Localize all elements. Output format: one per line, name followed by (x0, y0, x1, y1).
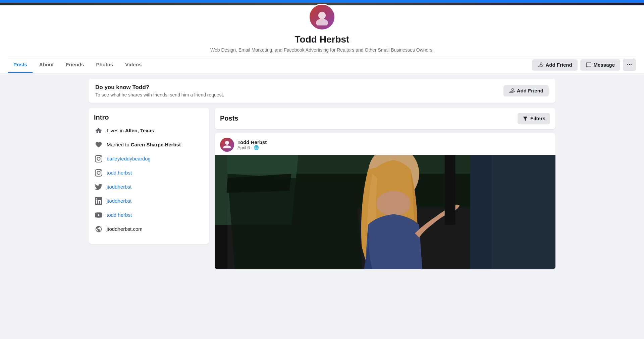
tab-videos[interactable]: Videos (120, 57, 147, 73)
instagram-link-1[interactable]: baileyteddybeardog (107, 156, 151, 161)
know-card-add-friend-label: Add Friend (517, 88, 543, 93)
tab-photos[interactable]: Photos (91, 57, 118, 73)
tab-about[interactable]: About (34, 57, 59, 73)
tab-posts[interactable]: Posts (8, 57, 33, 73)
youtube-link[interactable]: todd herbst (107, 212, 132, 218)
intro-instagram1[interactable]: baileyteddybeardog (94, 154, 204, 163)
youtube-icon (94, 210, 103, 220)
heart-icon (94, 140, 103, 149)
twitter-icon (94, 182, 103, 192)
intro-married-name: Caren Sharpe Herbst (131, 142, 181, 147)
know-todd-card: Do you know Todd? To see what he shares … (89, 79, 555, 103)
filters-icon (522, 116, 528, 122)
tab-friends[interactable]: Friends (60, 57, 89, 73)
message-label: Message (594, 62, 615, 68)
add-friend-button[interactable]: Add Friend (532, 59, 577, 71)
intro-married: Married to Caren Sharpe Herbst (94, 140, 204, 149)
person-add-icon-2 (509, 88, 515, 94)
know-card-text: Do you know Todd? To see what he shares … (95, 84, 224, 97)
svg-point-0 (318, 12, 326, 19)
instagram-link-2[interactable]: todd.herbst (107, 170, 132, 176)
linkedin-icon (94, 196, 103, 206)
intro-website[interactable]: jtoddherbst.com (94, 224, 204, 234)
post-privacy-icon: 🌐 (254, 145, 259, 150)
message-icon (586, 62, 592, 68)
intro-youtube[interactable]: todd herbst (94, 210, 204, 220)
posts-section-title: Posts (220, 115, 238, 122)
intro-lives-text: Lives in Allen, Texas (107, 128, 154, 133)
linkedin-link[interactable]: jtoddherbst (107, 198, 131, 204)
post-author-name[interactable]: Todd Herbst (237, 139, 267, 145)
instagram-icon-1 (94, 154, 103, 163)
nav-tabs: Posts About Friends Photos Videos (8, 57, 147, 73)
message-button[interactable]: Message (580, 59, 620, 71)
post-card: Todd Herbst April 6 · 🌐 (215, 133, 555, 269)
twitter-link[interactable]: jtoddherbst (107, 184, 131, 190)
svg-rect-11 (445, 155, 455, 225)
intro-instagram2[interactable]: todd.herbst (94, 168, 204, 178)
post-separator: · (251, 145, 253, 150)
know-card-add-friend-button[interactable]: Add Friend (503, 85, 549, 96)
post-author-info: Todd Herbst April 6 · 🌐 (237, 139, 267, 150)
svg-point-1 (316, 19, 328, 25)
profile-bio: Web Design, Email Marketing, and Faceboo… (7, 47, 637, 53)
intro-lives: Lives in Allen, Texas (94, 126, 204, 135)
globe-icon (94, 224, 103, 234)
intro-title: Intro (94, 114, 204, 121)
intro-card: Intro Lives in Allen, Texas (89, 108, 209, 244)
svg-rect-8 (492, 155, 556, 269)
home-icon (94, 126, 103, 135)
nav-actions: Add Friend Message ··· (532, 59, 636, 71)
filters-label: Filters (530, 116, 545, 121)
filters-button[interactable]: Filters (518, 113, 550, 124)
posts-header: Posts Filters (215, 108, 555, 129)
intro-lives-location: Allen, Texas (125, 128, 154, 133)
posts-column: Posts Filters Todd Herbst (215, 108, 555, 269)
profile-name: Todd Herbst (7, 34, 637, 45)
more-options-button[interactable]: ··· (623, 59, 636, 71)
instagram-icon-2 (94, 168, 103, 178)
person-add-icon (537, 62, 543, 68)
profile-avatar (309, 4, 335, 30)
add-friend-label: Add Friend (545, 62, 572, 68)
post-author-avatar[interactable] (220, 138, 234, 152)
website-link[interactable]: jtoddherbst.com (107, 226, 143, 232)
post-image (215, 155, 555, 269)
intro-linkedin[interactable]: jtoddherbst (94, 196, 204, 206)
know-card-heading: Do you know Todd? (95, 84, 224, 91)
know-card-body: To see what he shares with friends, send… (95, 92, 224, 97)
profile-navigation: Posts About Friends Photos Videos Add Fr… (0, 57, 644, 73)
intro-twitter[interactable]: jtoddherbst (94, 182, 204, 192)
post-meta: April 6 · 🌐 (237, 145, 267, 150)
intro-married-text: Married to Caren Sharpe Herbst (107, 142, 181, 147)
post-header: Todd Herbst April 6 · 🌐 (215, 133, 555, 155)
post-date: April 6 (237, 145, 250, 150)
svg-point-10 (377, 191, 411, 216)
